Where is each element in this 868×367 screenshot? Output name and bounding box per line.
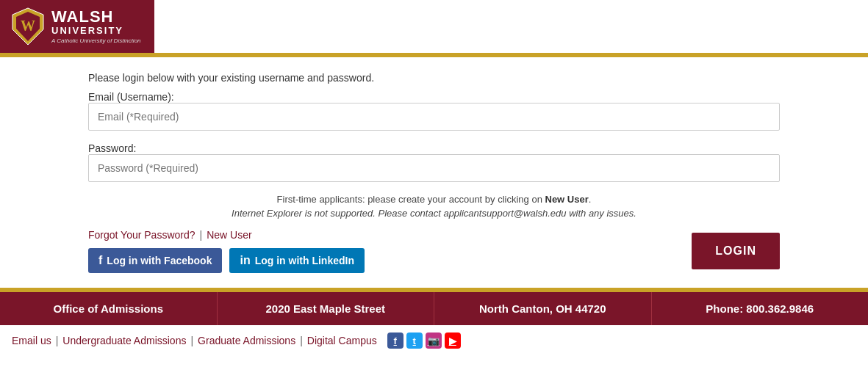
email-label: Email (Username): [88, 91, 174, 103]
intro-text: Please login below with your existing us… [88, 72, 780, 84]
footer-cell-address: 2020 East Maple Street [218, 292, 435, 325]
left-actions: Forgot Your Password? | New User f Log i… [88, 229, 365, 273]
actions-row: Forgot Your Password? | New User f Log i… [88, 229, 780, 273]
facebook-login-button[interactable]: f Log in with Facebook [88, 248, 222, 273]
walsh-logo-shield: W [12, 7, 44, 46]
footer-links-bar: Email us | Undergraduate Admissions | Gr… [0, 325, 868, 356]
footer-cell-admissions: Office of Admissions [0, 292, 218, 325]
footer-youtube-icon[interactable]: ▶ [445, 333, 461, 349]
facebook-icon: f [98, 254, 102, 267]
footer-twitter-icon[interactable]: t [406, 333, 423, 349]
logo-walsh: WALSH [51, 9, 141, 25]
social-buttons-row: f Log in with Facebook in Log in with Li… [88, 248, 365, 273]
footer-email-link[interactable]: Email us [12, 335, 51, 346]
new-user-link[interactable]: New User [207, 229, 251, 241]
footer-social-icons: f t 📷 ▶ [387, 333, 461, 349]
facebook-btn-label: Log in with Facebook [107, 255, 212, 266]
email-input[interactable] [88, 103, 780, 131]
footer-undergrad-link[interactable]: Undergraduate Admissions [62, 335, 186, 346]
login-form-section: Please login below with your existing us… [0, 57, 868, 288]
logo-university: UNIVERSITY [51, 25, 141, 37]
pipe-separator: | [200, 229, 203, 241]
forgot-password-link[interactable]: Forgot Your Password? [88, 229, 196, 241]
footer-facebook-icon[interactable]: f [387, 333, 403, 349]
linkedin-login-button[interactable]: in Log in with LinkedIn [229, 248, 365, 273]
footer-digital-link[interactable]: Digital Campus [307, 335, 377, 346]
footer-cell-phone: Phone: 800.362.9846 [652, 292, 869, 325]
linkedin-btn-label: Log in with LinkedIn [255, 255, 354, 266]
links-row: Forgot Your Password? | New User [88, 229, 365, 241]
footer-grad-link[interactable]: Graduate Admissions [198, 335, 295, 346]
logo-text: WALSH UNIVERSITY A Catholic University o… [51, 9, 141, 45]
site-header: W WALSH UNIVERSITY A Catholic University… [0, 0, 154, 53]
svg-text:W: W [21, 18, 35, 34]
password-label: Password: [88, 142, 136, 154]
footer-instagram-icon[interactable]: 📷 [426, 333, 442, 349]
linkedin-icon: in [240, 254, 250, 267]
password-input[interactable] [88, 154, 780, 182]
login-button[interactable]: LOGIN [692, 233, 780, 269]
footer-cell-city: North Canton, OH 44720 [434, 292, 652, 325]
footer-info-bar: Office of Admissions 2020 East Maple Str… [0, 292, 868, 325]
ie-warning: Internet Explorer is not supported. Plea… [88, 208, 780, 219]
logo-tagline: A Catholic University of Distinction [51, 37, 141, 44]
new-user-info: First-time applicants: please create you… [88, 194, 780, 205]
